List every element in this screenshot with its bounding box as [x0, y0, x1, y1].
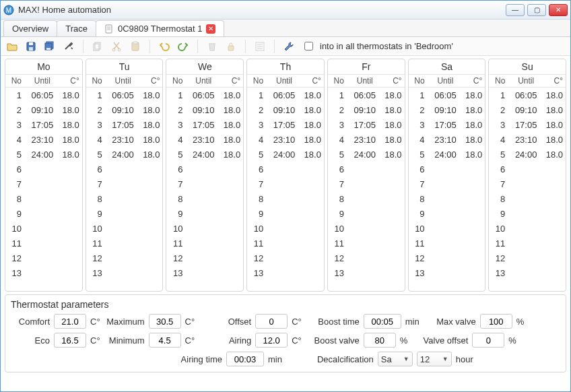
- schedule-row[interactable]: 11: [5, 236, 82, 251]
- schedule-row[interactable]: 13: [328, 265, 405, 280]
- cut-icon[interactable]: [110, 40, 123, 53]
- schedule-row[interactable]: 7: [86, 176, 163, 191]
- schedule-row[interactable]: 8: [166, 191, 243, 206]
- redo-icon[interactable]: [177, 40, 189, 53]
- schedule-row[interactable]: 8: [5, 191, 82, 206]
- schedule-row[interactable]: 423:1018.0: [328, 132, 405, 147]
- schedule-row[interactable]: 106:0518.0: [86, 88, 163, 102]
- schedule-row[interactable]: 8: [328, 191, 405, 206]
- schedule-row[interactable]: 106:0518.0: [328, 88, 405, 102]
- schedule-row[interactable]: 106:0518.0: [166, 88, 243, 102]
- schedule-row[interactable]: 6: [247, 162, 324, 176]
- save-all-icon[interactable]: [44, 40, 56, 53]
- schedule-row[interactable]: 7: [166, 176, 243, 191]
- schedule-row[interactable]: 12: [5, 251, 82, 265]
- schedule-row[interactable]: 11: [86, 236, 163, 251]
- schedule-row[interactable]: 10: [328, 221, 405, 236]
- schedule-row[interactable]: 12: [86, 251, 163, 265]
- schedule-row[interactable]: 12: [409, 251, 485, 265]
- schedule-row[interactable]: 317:0518.0: [5, 117, 82, 132]
- input-boost-valve[interactable]: [364, 333, 396, 348]
- schedule-row[interactable]: 11: [489, 236, 566, 251]
- schedule-row[interactable]: 209:1018.0: [328, 102, 405, 117]
- schedule-row[interactable]: 524:0018.0: [5, 147, 82, 162]
- schedule-row[interactable]: 524:0018.0: [328, 147, 405, 162]
- combo-decalc-day[interactable]: Sa▼: [378, 352, 413, 366]
- open-folder-icon[interactable]: [6, 40, 18, 53]
- schedule-row[interactable]: 12: [489, 251, 566, 265]
- schedule-row[interactable]: 7: [328, 176, 405, 191]
- schedule-row[interactable]: 7: [409, 176, 485, 191]
- schedule-row[interactable]: 423:1018.0: [5, 132, 82, 147]
- schedule-row[interactable]: 9: [86, 206, 163, 221]
- schedule-row[interactable]: 106:0518.0: [247, 88, 324, 102]
- undo-icon[interactable]: [158, 40, 170, 53]
- schedule-row[interactable]: 13: [409, 265, 485, 280]
- input-airing-time[interactable]: [226, 352, 264, 366]
- schedule-row[interactable]: 10: [5, 221, 82, 236]
- schedule-row[interactable]: 6: [166, 162, 243, 176]
- schedule-row[interactable]: 423:1018.0: [247, 132, 324, 147]
- schedule-row[interactable]: 106:0518.0: [409, 88, 485, 102]
- schedule-row[interactable]: 9: [328, 206, 405, 221]
- maximize-button[interactable]: ▢: [527, 4, 546, 16]
- schedule-row[interactable]: 317:0518.0: [166, 117, 243, 132]
- schedule-row[interactable]: 524:0018.0: [166, 147, 243, 162]
- schedule-row[interactable]: 8: [409, 191, 485, 206]
- schedule-row[interactable]: 12: [166, 251, 243, 265]
- trash-icon[interactable]: [206, 40, 218, 53]
- schedule-row[interactable]: 7: [489, 176, 566, 191]
- list-icon[interactable]: [254, 40, 266, 53]
- schedule-row[interactable]: 10: [409, 221, 485, 236]
- lock-icon[interactable]: [225, 40, 237, 53]
- tab-close-icon[interactable]: ✕: [206, 24, 215, 34]
- schedule-row[interactable]: 6: [5, 162, 82, 176]
- schedule-row[interactable]: 6: [409, 162, 485, 176]
- schedule-row[interactable]: 423:1018.0: [166, 132, 243, 147]
- schedule-row[interactable]: 209:1018.0: [247, 102, 324, 117]
- schedule-row[interactable]: 524:0018.0: [86, 147, 163, 162]
- tab-trace[interactable]: Trace: [57, 20, 96, 36]
- input-eco[interactable]: [54, 333, 86, 348]
- schedule-row[interactable]: 106:0518.0: [489, 88, 566, 102]
- schedule-row[interactable]: 423:1018.0: [86, 132, 163, 147]
- schedule-row[interactable]: 9: [5, 206, 82, 221]
- input-offset[interactable]: [255, 314, 288, 329]
- schedule-row[interactable]: 10: [489, 221, 566, 236]
- schedule-row[interactable]: 12: [328, 251, 405, 265]
- schedule-row[interactable]: 13: [247, 265, 324, 280]
- input-comfort[interactable]: [54, 314, 86, 329]
- schedule-row[interactable]: 13: [5, 265, 82, 280]
- schedule-row[interactable]: 10: [247, 221, 324, 236]
- schedule-row[interactable]: 209:1018.0: [5, 102, 82, 117]
- schedule-row[interactable]: 8: [489, 191, 566, 206]
- schedule-row[interactable]: 8: [247, 191, 324, 206]
- schedule-row[interactable]: 6: [86, 162, 163, 176]
- minimize-button[interactable]: —: [506, 4, 525, 16]
- tab-overview[interactable]: Overview: [3, 20, 57, 36]
- tab-thermostat[interactable]: 0C9809 Thermostat 1 ✕: [96, 20, 225, 36]
- copy-all-checkbox[interactable]: [304, 42, 313, 51]
- schedule-row[interactable]: 11: [409, 236, 485, 251]
- schedule-row[interactable]: 423:1018.0: [489, 132, 566, 147]
- schedule-row[interactable]: 106:0518.0: [5, 88, 82, 102]
- schedule-row[interactable]: 10: [166, 221, 243, 236]
- schedule-row[interactable]: 13: [489, 265, 566, 280]
- paste-icon[interactable]: [129, 40, 141, 53]
- schedule-row[interactable]: 12: [247, 251, 324, 265]
- settings-icon[interactable]: *: [63, 40, 75, 53]
- input-valve-offset[interactable]: [472, 333, 504, 348]
- schedule-row[interactable]: 13: [86, 265, 163, 280]
- input-max-valve[interactable]: [480, 314, 512, 329]
- input-airing[interactable]: [255, 333, 288, 348]
- combo-decalc-hour[interactable]: 12▼: [417, 352, 452, 366]
- schedule-row[interactable]: 209:1018.0: [86, 102, 163, 117]
- schedule-row[interactable]: 6: [489, 162, 566, 176]
- schedule-row[interactable]: 209:1018.0: [166, 102, 243, 117]
- schedule-row[interactable]: 8: [86, 191, 163, 206]
- schedule-row[interactable]: 209:1018.0: [489, 102, 566, 117]
- schedule-row[interactable]: 317:0518.0: [489, 117, 566, 132]
- wrench-icon[interactable]: [283, 40, 295, 53]
- schedule-row[interactable]: 13: [166, 265, 243, 280]
- schedule-row[interactable]: 11: [166, 236, 243, 251]
